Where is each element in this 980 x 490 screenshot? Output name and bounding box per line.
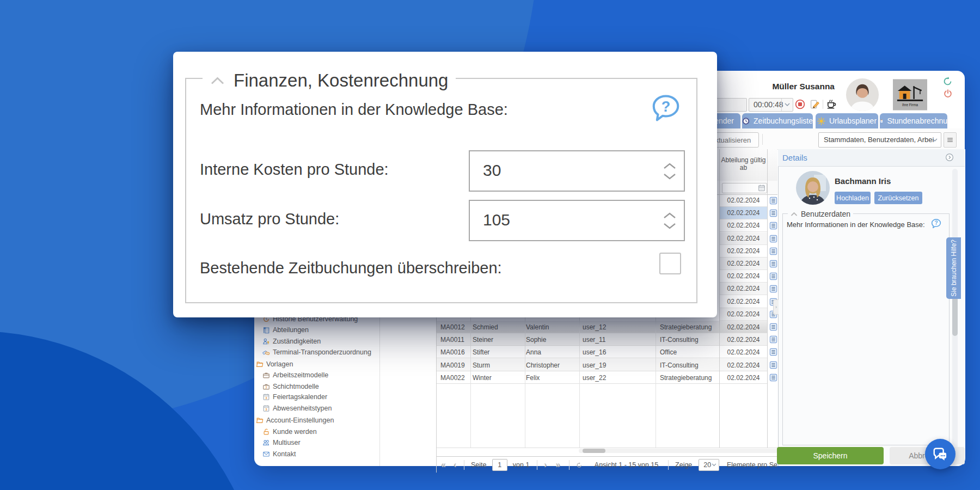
next-page-button[interactable]: › [544,460,547,470]
row-history-icon[interactable] [769,260,777,268]
row-history-icon[interactable] [769,323,777,331]
clipboard-icon [880,117,883,125]
column-header-abteilung-gueltig-ab[interactable]: Abteilung gültig ab [720,156,767,171]
table-row-date[interactable]: 02.02.2024 [720,232,767,245]
row-history-icon[interactable] [769,335,777,344]
page-size-select[interactable]: 20 [699,459,719,471]
table-row[interactable]: MA0022WinterFelixuser_22Strategieberatun… [437,371,767,384]
chevron-down-icon [712,463,716,467]
pagination-bar: « ‹ Seite 1 von 1 › » Ansicht 1 - 15 von… [437,456,777,473]
umsatz-pro-stunde-input[interactable]: 105 [469,200,685,241]
sidebar-item-feiertagskalender[interactable]: 3Feiertagskalender [262,392,327,402]
reset-photo-button[interactable]: Zurücksetzen [874,192,922,204]
row-history-icon[interactable] [769,285,777,293]
view-select[interactable]: Stammdaten, Benutzerdaten, Arbei [818,132,941,148]
row-history-icon[interactable] [769,197,777,205]
row-history-icon[interactable] [769,373,777,382]
table-row[interactable]: MA0019SturmChristopheruser_19IT-Consulti… [437,359,767,371]
table-row-date[interactable]: 02.02.2024 [720,308,767,321]
sidebar-item-terminal-transponderzuordnung[interactable]: Terminal-Transponderzuordnung [262,347,371,357]
table-row[interactable]: MA0011SteinerSophieuser_11IT-Consulting0… [437,333,767,346]
break-coffee-icon[interactable] [825,99,836,109]
timer-dropdown-button[interactable] [781,99,793,111]
employee-photo[interactable] [795,170,830,205]
tab-stundenabrechnung[interactable]: Stundenabrechnu [880,113,947,128]
refresh-icon[interactable] [942,76,953,87]
sidebar-item-schichtmodelle[interactable]: 7Schichtmodelle [262,382,319,391]
row-history-icon[interactable] [769,272,777,280]
save-button[interactable]: Speichern [777,447,884,464]
spinner-down-icon[interactable] [663,173,676,180]
table-row-date[interactable]: 02.02.2024 [720,245,767,258]
table-row-date[interactable]: 02.02.2024 [720,283,767,295]
date-filter-input[interactable] [722,183,767,193]
sidebar-item-abwesenheitstypen[interactable]: 3Abwesenheitstypen [262,403,332,413]
sidebar-item-kunde-werden[interactable]: Kunde werden [262,427,317,437]
chat-widget-button[interactable] [925,439,955,469]
help-side-tab-label: Sie brauchen Hilfe? [950,240,958,297]
spinner-up-icon[interactable] [663,212,676,219]
row-history-icon[interactable] [769,361,777,369]
spinner-down-icon[interactable] [663,222,676,229]
sidebar-item-zustaendigkeiten[interactable]: Zuständigkeiten [262,336,321,346]
first-page-button[interactable]: « [441,460,446,470]
hamburger-icon [946,136,954,144]
last-page-button[interactable]: » [556,460,561,470]
details-title: Details [782,153,807,162]
panel-collapse-handle[interactable]: › [773,299,779,315]
horizontal-scrollbar[interactable] [579,449,777,453]
table-row-date[interactable]: 02.02.2024 [720,296,767,308]
sidebar-item-label: Feiertagskalender [273,393,327,401]
per-page-label: Elemente pro Se [727,461,777,469]
prev-page-button[interactable]: ‹ [454,460,456,470]
sidebar-item-abteilungen[interactable]: Abteilungen [262,325,309,335]
briefcase7-icon: 7 [262,383,270,390]
table-row-date[interactable]: 02.02.2024 [720,219,767,232]
horizontal-scrollbar-thumb[interactable] [583,449,605,453]
edit-booking-icon[interactable] [810,99,820,109]
page-number-input[interactable]: 1 [492,459,507,471]
sidebar-item-multiuser[interactable]: Multiuser [262,438,301,448]
sidebar-item-vorlagen[interactable]: Vorlagen [256,359,293,369]
row-history-icon[interactable] [769,209,777,217]
upload-photo-button[interactable]: Hochladen [835,192,871,204]
help-bubble-icon[interactable]: ? [931,218,941,229]
svg-text:?: ? [934,220,938,226]
finanzen-legend[interactable]: Finanzen, Kostenrechnung [203,69,456,93]
table-row-selected-date[interactable]: 02.02.2024 [720,207,767,219]
divider [668,460,669,470]
table-row-date[interactable]: 02.02.2024 [720,194,767,207]
cell-personalnummer: MA0019 [440,362,465,369]
sidebar-item-arbeitszeitmodelle[interactable]: Arbeitszeitmodelle [262,370,328,380]
tab-urlaubsplaner[interactable]: Urlaubsplaner [816,113,878,128]
sidebar-item-kontakt[interactable]: Kontakt [262,449,296,459]
details-scrollbar-thumb[interactable] [952,297,958,336]
reload-table-icon[interactable] [576,461,583,469]
stop-recording-icon[interactable] [795,99,805,109]
menu-button[interactable] [944,132,957,148]
table-row-date[interactable]: 02.02.2024 [720,258,767,270]
help-bubble-icon[interactable]: ? [651,93,681,122]
sidebar-item-account-einstellungen[interactable]: Account-Einstellungen [256,415,334,425]
calendar-icon[interactable] [758,184,765,192]
details-collapse-icon[interactable] [945,153,954,162]
benutzerdaten-legend[interactable]: Benutzerdaten [788,209,853,218]
row-history-icon[interactable] [769,348,777,356]
spinner-up-icon[interactable] [663,162,676,169]
tab-zeitbuchungsliste[interactable]: Zeitbuchungsliste [742,113,813,128]
row-history-icon[interactable] [769,247,777,255]
page-label: Seite [471,461,487,469]
power-icon[interactable] [943,89,953,99]
row-history-icon[interactable] [769,222,777,230]
row-history-icon[interactable] [769,235,777,243]
cell-datum: 02.02.2024 [720,348,767,356]
zeitbuchungen-ueberschreiben-checkbox[interactable] [659,253,681,274]
help-side-tab[interactable]: Sie brauchen Hilfe? [946,237,961,299]
cell-nachname: Stifter [473,348,489,356]
interne-kosten-pro-stunde-input[interactable]: 30 [469,150,685,192]
table-row[interactable]: MA0016StifterAnnauser_16Office02.02.2024 [437,346,767,358]
user-avatar[interactable] [846,78,879,112]
table-row-date[interactable]: 02.02.2024 [720,270,767,283]
cell-datum: 02.02.2024 [720,374,767,382]
table-row[interactable]: MA0012SchmiedValentinuser_12Strategieber… [437,321,767,333]
